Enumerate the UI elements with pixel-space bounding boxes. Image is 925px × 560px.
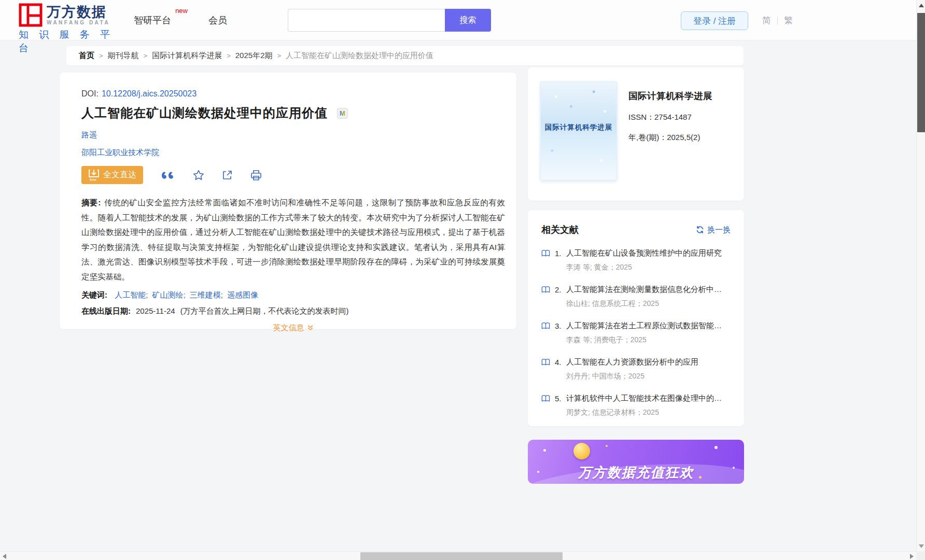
related-item-meta: 徐山柱; 信息系统工程；2025 bbox=[566, 299, 731, 309]
breadcrumb-link[interactable]: 国际计算机科学进展 bbox=[152, 51, 222, 61]
english-info-row: 英文信息 bbox=[81, 323, 505, 333]
breadcrumb-link[interactable]: 2025年2期 bbox=[235, 51, 273, 61]
related-title: 相关文献 bbox=[541, 223, 579, 236]
journal-cover-title: 国际计算机科学进展 bbox=[541, 123, 616, 132]
abstract-text: 传统的矿山安全监控方法经常面临诸如不准时访问和准确性不足等问题，这限制了预防事故… bbox=[81, 198, 505, 281]
favorite-button[interactable] bbox=[193, 170, 204, 180]
vertical-scrollbar[interactable] bbox=[916, 0, 925, 551]
nav-item-member[interactable]: 会员 bbox=[208, 14, 227, 26]
volume-value: 2025,5(2) bbox=[667, 133, 700, 142]
institution-link[interactable]: 邵阳工业职业技术学院 bbox=[81, 148, 159, 158]
print-icon bbox=[250, 170, 262, 180]
keywords-row: 关键词: 人工智能; 矿山测绘; 三维建模; 遥感图像; bbox=[81, 288, 505, 302]
nav-item-research-platform[interactable]: 智研平台 new bbox=[134, 14, 171, 26]
svg-text:free: free bbox=[90, 177, 96, 181]
login-register-button[interactable]: 登录 / 注册 bbox=[681, 11, 748, 30]
related-item-meta: 周梦文; 信息记录材料；2025 bbox=[566, 408, 731, 417]
volume-label: 年,卷(期)： bbox=[628, 133, 667, 142]
related-item-meta: 刘丹丹; 中国市场；2025 bbox=[566, 372, 731, 381]
book-icon bbox=[541, 322, 550, 330]
main-nav: 智研平台 new 会员 bbox=[134, 0, 227, 40]
keyword-link[interactable]: 矿山测绘 bbox=[152, 290, 184, 299]
promo-banner[interactable]: 万方数据充值狂欢 bbox=[528, 440, 744, 484]
horizontal-scrollbar[interactable] bbox=[0, 551, 925, 560]
keyword-link[interactable]: 人工智能 bbox=[115, 290, 146, 299]
breadcrumb-item: > 2025年2期 bbox=[222, 51, 272, 61]
logo-title: 万方数据 bbox=[47, 5, 110, 19]
related-item-meta: 李涛 等; 黄金；2025 bbox=[566, 263, 731, 272]
related-item-number: 4. bbox=[555, 358, 566, 367]
book-icon bbox=[541, 286, 550, 293]
search-bar: 搜索 bbox=[288, 9, 491, 32]
double-chevron-down-icon bbox=[307, 325, 314, 331]
breadcrumb-separator: > bbox=[277, 52, 282, 60]
breadcrumb-link[interactable]: 人工智能在矿山测绘数据处理中的应用价值 bbox=[286, 51, 433, 61]
related-article-item: 3. 人工智能算法在岩土工程原位测试数据智能… 李森 等; 消费电子；2025 bbox=[541, 321, 731, 345]
book-icon bbox=[541, 395, 550, 402]
journal-cover[interactable]: 国际计算机科学进展 bbox=[540, 81, 617, 180]
wanfang-logo-icon bbox=[19, 3, 43, 27]
related-item-number: 1. bbox=[555, 249, 566, 258]
search-input[interactable] bbox=[288, 9, 445, 32]
related-article-item: 1. 人工智能在矿山设备预测性维护中的应用研究 李涛 等; 黄金；2025 bbox=[541, 248, 731, 272]
doi-link[interactable]: 10.12208/j.aics.20250023 bbox=[102, 89, 197, 98]
star-icon bbox=[193, 170, 204, 180]
related-item-title[interactable]: 计算机软件中人工智能技术在图像处理中的… bbox=[566, 394, 731, 403]
related-articles-card: 相关文献 换一换 1. 人工智能在矿山设备预测性维护中的应用研究 李涛 等; 黄… bbox=[528, 210, 744, 426]
metrics-badge[interactable]: M bbox=[337, 108, 348, 119]
action-toolbar: free 全文直达 bbox=[81, 166, 505, 184]
related-article-item: 5. 计算机软件中人工智能技术在图像处理中的… 周梦文; 信息记录材料；2025 bbox=[541, 394, 731, 417]
related-item-number: 2. bbox=[555, 285, 566, 294]
scroll-right-arrow-icon[interactable] bbox=[910, 554, 914, 559]
keyword-link[interactable]: 三维建模 bbox=[190, 290, 221, 299]
horizontal-scrollbar-thumb[interactable] bbox=[360, 552, 563, 560]
related-item-title[interactable]: 人工智能在矿山设备预测性维护中的应用研究 bbox=[566, 248, 731, 258]
lang-divider bbox=[777, 17, 778, 25]
keyword-link[interactable]: 遥感图像 bbox=[227, 290, 258, 299]
related-item-title[interactable]: 人工智能在人力资源数据分析中的应用 bbox=[566, 357, 731, 367]
lang-simplified[interactable]: 简 bbox=[762, 15, 771, 26]
related-item-title[interactable]: 人工智能算法在岩土工程原位测试数据智能… bbox=[566, 321, 731, 331]
scroll-left-arrow-icon[interactable] bbox=[3, 554, 6, 559]
scrollbar-corner bbox=[916, 551, 925, 560]
fulltext-access-button[interactable]: free 全文直达 bbox=[81, 166, 143, 184]
cite-button[interactable] bbox=[161, 170, 175, 180]
keyword-item: 遥感图像; bbox=[227, 290, 258, 299]
lang-traditional[interactable]: 繁 bbox=[784, 15, 793, 26]
journal-issn-row: ISSN：2754-1487 bbox=[628, 113, 712, 122]
share-icon bbox=[222, 170, 233, 180]
refresh-icon bbox=[696, 226, 704, 234]
issn-value: 2754-1487 bbox=[654, 113, 692, 121]
journal-name-link[interactable]: 国际计算机科学进展 bbox=[628, 90, 712, 102]
vertical-scrollbar-thumb[interactable] bbox=[917, 13, 925, 132]
publish-date-note: (万方平台首次上网日期，不代表论文的发表时间) bbox=[180, 306, 349, 315]
breadcrumb-item: > 国际计算机科学进展 bbox=[139, 51, 222, 61]
share-button[interactable] bbox=[222, 170, 233, 180]
scroll-down-arrow-icon[interactable] bbox=[919, 544, 924, 548]
keyword-item: 人工智能; bbox=[115, 290, 152, 299]
refresh-related-button[interactable]: 换一换 bbox=[696, 225, 731, 235]
publish-date-row: 在线出版日期:2025-11-24(万方平台首次上网日期，不代表论文的发表时间) bbox=[81, 306, 505, 316]
keyword-item: 三维建模; bbox=[190, 290, 227, 299]
print-button[interactable] bbox=[250, 170, 262, 180]
related-item-title[interactable]: 人工智能算法在测绘测量数据信息化分析中… bbox=[566, 285, 731, 295]
issn-label: ISSN： bbox=[628, 113, 654, 121]
search-button[interactable]: 搜索 bbox=[445, 9, 491, 32]
publish-date-label: 在线出版日期: bbox=[81, 306, 131, 315]
confetti-dot bbox=[543, 449, 546, 452]
related-item-meta: 李森 等; 消费电子；2025 bbox=[566, 335, 731, 345]
wanfang-logo[interactable]: 万方数据 WANFANG DATA 知 识 服 务 平 台 bbox=[19, 3, 128, 55]
author-link[interactable]: 路遥 bbox=[81, 130, 97, 140]
gold-coin-icon bbox=[573, 443, 590, 459]
journal-volume-row: 年,卷(期)：2025,5(2) bbox=[628, 133, 712, 143]
abstract-label: 摘要: bbox=[81, 198, 101, 207]
related-article-item: 2. 人工智能算法在测绘测量数据信息化分析中… 徐山柱; 信息系统工程；2025 bbox=[541, 285, 731, 309]
doi-label: DOI: bbox=[81, 89, 99, 98]
english-info-link[interactable]: 英文信息 bbox=[273, 323, 314, 333]
related-item-number: 3. bbox=[555, 321, 566, 330]
quote-icon bbox=[161, 170, 175, 180]
scroll-up-arrow-icon[interactable] bbox=[919, 4, 924, 7]
article-detail-card: DOI:10.12208/j.aics.20250023 人工智能在矿山测绘数据… bbox=[60, 73, 516, 329]
logo-subtitle-en: WANFANG DATA bbox=[47, 20, 110, 25]
breadcrumb-separator: > bbox=[144, 52, 148, 60]
